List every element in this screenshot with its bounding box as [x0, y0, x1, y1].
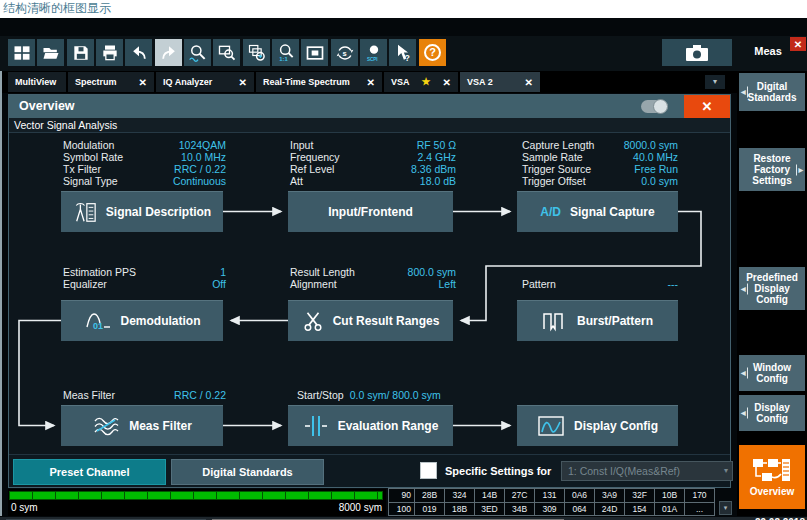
tab-multiview[interactable]: MultiView [8, 72, 66, 92]
tab-iq-analyzer[interactable]: IQ Analyzer ✕ [156, 72, 254, 92]
param-label: Frequency [290, 151, 340, 163]
help-button[interactable]: ? [419, 39, 446, 66]
tab-label: IQ Analyzer [163, 77, 212, 87]
burst-pattern-block[interactable]: Burst/Pattern [517, 300, 678, 341]
open-folder-icon [41, 43, 61, 63]
dialog-close-button[interactable]: ✕ [684, 95, 730, 118]
save-button[interactable] [67, 39, 94, 66]
block-label: Input/Frontend [328, 205, 413, 219]
param-label: Trigger Offset [522, 175, 586, 187]
softkey-predefined-display-config[interactable]: ◀ Predefined Display Config [739, 267, 805, 310]
param-value: RRC / 0.22 [174, 163, 226, 175]
param-value: 800.0 sym [408, 266, 456, 278]
unsaved-star-icon: ★ [422, 77, 431, 87]
input-frontend-params: InputRF 50 Ω Frequency2.4 GHz Ref Level8… [290, 139, 456, 187]
specific-settings-select[interactable]: 1: Const I/Q(Meas&Ref) ▾ [561, 461, 733, 481]
screenshot-root: 结构清晰的框图显示 1:1 s SCPI ? ? Meas ✕ Mul [0, 0, 807, 520]
demodulation-block[interactable]: 01 Demodulation [61, 300, 223, 341]
windows-grid-icon [12, 43, 32, 63]
capture-buffer-panel: 0 sym 8000 sym [8, 489, 386, 516]
zoom-1-1-icon: 1:1 [276, 43, 296, 63]
softkey-display-config[interactable]: ◀ Display Config [739, 395, 805, 431]
submenu-right-icon: ▶ [796, 164, 803, 175]
signal-capture-params: Capture Length8000.0 sym Sample Rate40.0… [522, 139, 678, 187]
tab-close-icon[interactable]: ✕ [525, 77, 533, 88]
softkey-window-config[interactable]: ◀ Window Config [739, 355, 805, 391]
zoom-select-button[interactable] [213, 39, 240, 66]
print-button[interactable] [96, 39, 123, 66]
preset-channel-button[interactable]: Preset Channel [13, 459, 166, 485]
tab-label: VSA [391, 77, 410, 87]
tab-label: MultiView [15, 77, 56, 87]
tab-vsa-2[interactable]: VSA 2 ✕ [460, 72, 540, 92]
tab-spectrum[interactable]: Spectrum ✕ [68, 72, 154, 92]
tab-real-time-spectrum[interactable]: Real-Time Spectrum ✕ [256, 72, 382, 92]
hex-cell: 14B [475, 489, 505, 503]
meas-filter-icon [92, 415, 120, 437]
dialog-title: Overview [9, 95, 730, 118]
param-value: 0.0 sym/ 800.0 sym [350, 389, 441, 401]
hex-cell: 170 [685, 489, 715, 503]
input-frontend-block[interactable]: Input/Frontend [288, 191, 453, 232]
hex-cell: ... [685, 503, 715, 517]
signal-capture-block[interactable]: A/D Signal Capture [517, 191, 678, 232]
param-label: Alignment [290, 278, 337, 290]
single-sweep-button[interactable]: s [331, 39, 358, 66]
window-close-button[interactable]: ✕ [790, 37, 806, 51]
param-value: RRC / 0.22 [174, 389, 226, 401]
scpi-recorder-button[interactable]: SCPI [360, 39, 387, 66]
multi-zoom-button[interactable] [243, 39, 270, 66]
hex-cell: 18B [445, 503, 475, 517]
open-button[interactable] [37, 39, 64, 66]
context-help-button[interactable]: ? [389, 39, 416, 66]
softkey-label: Restore Factory Settings [747, 153, 797, 186]
windows-layout-button[interactable] [8, 39, 35, 66]
softkey-restore-factory-settings[interactable]: Restore Factory Settings ▶ [739, 148, 805, 191]
param-label: Signal Type [63, 175, 118, 187]
param-label: Pattern [522, 278, 556, 290]
param-label: Result Length [290, 266, 355, 278]
param-label: Tx Filter [63, 163, 101, 175]
window-left-edge [0, 71, 2, 516]
signal-description-block[interactable]: Signal Description [61, 191, 223, 232]
param-label: Estimation PPS [63, 266, 136, 278]
display-config-block[interactable]: Display Config [517, 405, 678, 446]
tab-close-icon[interactable]: ✕ [443, 77, 451, 88]
redo-button[interactable] [155, 39, 182, 66]
evaluation-range-block[interactable]: Evaluation Range [288, 405, 453, 446]
param-label: Trigger Source [522, 163, 591, 175]
param-value: 10.0 MHz [181, 151, 226, 163]
specific-settings-checkbox[interactable] [420, 462, 437, 479]
cut-result-ranges-block[interactable]: Cut Result Ranges [288, 300, 453, 341]
submenu-left-icon: ◀ [741, 408, 748, 419]
hex-cell: 309 [535, 503, 565, 517]
digital-standards-button[interactable]: Digital Standards [171, 459, 324, 485]
tab-close-icon[interactable]: ✕ [139, 77, 147, 88]
tab-close-icon[interactable]: ✕ [239, 77, 247, 88]
softkey-label: Predefined Display Config [746, 272, 798, 305]
softkey-digital-standards[interactable]: ◀ Digital Standards [739, 73, 805, 111]
tab-vsa[interactable]: VSA ★ ✕ [384, 72, 458, 92]
meas-filter-block[interactable]: Meas Filter [61, 405, 223, 446]
undo-button[interactable] [125, 39, 152, 66]
save-icon [71, 43, 91, 63]
screenshot-button[interactable] [662, 39, 732, 66]
print-icon [100, 43, 120, 63]
specific-settings-label: Specific Settings for [445, 465, 551, 477]
overview-toggle[interactable] [641, 100, 668, 113]
zoom-one-to-one-button[interactable]: 1:1 [272, 39, 299, 66]
param-value: Continuous [173, 175, 226, 187]
tab-list-dropdown[interactable]: ▾ [705, 75, 725, 89]
softkey-overview[interactable]: Overview [739, 445, 805, 509]
fit-window-button[interactable] [301, 39, 328, 66]
result-range-params: Result Length800.0 sym AlignmentLeft [290, 266, 456, 290]
zoom-trace-button[interactable] [184, 39, 211, 66]
softkey-label: Window Config [747, 362, 797, 384]
table-row: 100 019 18B 3ED 34B 309 064 24D 154 01A … [389, 503, 715, 517]
hex-cell: 064 [565, 503, 595, 517]
hex-cell: 34B [505, 503, 535, 517]
hex-cell: 324 [445, 489, 475, 503]
tab-close-icon[interactable]: ✕ [367, 77, 375, 88]
table-scroll-dropdown[interactable]: ▾ [719, 501, 732, 515]
tab-label: VSA 2 [467, 77, 493, 87]
